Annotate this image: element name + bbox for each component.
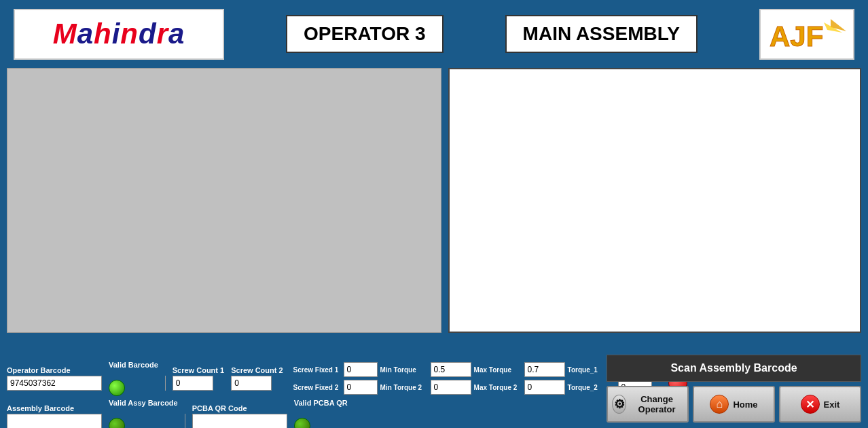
operator-barcode-input[interactable]: [7, 376, 102, 391]
max-torque-1-label: Max Torque: [474, 366, 522, 374]
valid-pcba-qr-group: Valid PCBA QR: [294, 399, 348, 428]
valid-barcode-indicator: [109, 380, 125, 396]
scan-barcode-button[interactable]: Scan Assembly Barcode: [607, 355, 861, 382]
assembly-barcode-group: Assembly Barcode: [7, 404, 102, 428]
operator-barcode-group: Operator Barcode: [7, 366, 102, 391]
screw-fixed-1-input[interactable]: [344, 362, 378, 377]
torque-section: Screw Fixed 1 Min Torque Max Torque Torq…: [293, 362, 652, 395]
screw-count-2-label: Screw Count 2: [231, 366, 283, 374]
valid-assy-barcode-indicator: [109, 418, 125, 428]
torque-row-2: Screw Fixed 2 Min Torque 2 Max Torque 2 …: [293, 380, 652, 395]
screw-fixed-2-label: Screw Fixed 2: [293, 384, 341, 391]
right-display-panel: [448, 68, 861, 333]
min-torque-1-input[interactable]: [431, 362, 471, 377]
screw-count-1-input[interactable]: [173, 376, 213, 391]
home-button[interactable]: ⌂ Home: [693, 386, 775, 423]
exit-button[interactable]: ✕ Exit: [779, 386, 861, 423]
main-assembly-label: MAIN ASSEMBLY: [505, 15, 698, 53]
screw-count-2-group: Screw Count 2: [231, 366, 283, 391]
mahindra-logo-text: Mahindra: [53, 18, 185, 50]
valid-barcode-group: Valid Barcode: [109, 361, 158, 396]
divider1: [165, 376, 166, 391]
pcba-qr-input[interactable]: [192, 414, 287, 428]
screw-count-1-label: Screw Count 1: [173, 366, 224, 374]
valid-assy-barcode-label: Valid Assy Barcode: [109, 399, 178, 407]
exit-label: Exit: [824, 399, 840, 410]
change-operator-label: Change Operator: [630, 394, 683, 414]
left-camera-panel: [7, 68, 441, 333]
screw-fixed-2-input[interactable]: [344, 380, 378, 395]
screw-count-2-input[interactable]: [231, 376, 272, 391]
exit-icon: ✕: [801, 395, 820, 414]
torque-row-1: Screw Fixed 1 Min Torque Max Torque Torq…: [293, 362, 652, 377]
right-buttons: Scan Assembly Barcode ⚙ Change Operator …: [607, 355, 861, 423]
min-torque-1-label: Min Torque: [380, 366, 428, 374]
pcba-qr-group: PCBA QR Code: [192, 404, 287, 428]
min-torque-2-input[interactable]: [431, 380, 471, 395]
gear-icon: ⚙: [612, 395, 626, 414]
pcba-qr-label: PCBA QR Code: [192, 404, 287, 412]
max-torque-2-label: Max Torque 2: [474, 384, 522, 391]
screw-count-1-group: Screw Count 1: [173, 366, 224, 391]
valid-assy-barcode-group: Valid Assy Barcode: [109, 399, 178, 428]
svg-text:AJF: AJF: [770, 20, 823, 52]
valid-barcode-label: Valid Barcode: [109, 361, 158, 369]
home-label: Home: [733, 399, 757, 410]
home-icon: ⌂: [710, 395, 729, 414]
valid-pcba-qr-label: Valid PCBA QR: [294, 399, 348, 407]
max-torque-1-input[interactable]: [524, 362, 565, 377]
ajf-logo: AJF: [759, 9, 854, 60]
header: Mahindra OPERATOR 3 MAIN ASSEMBLY AJF: [0, 0, 868, 68]
mahindra-logo: Mahindra: [14, 9, 224, 60]
operator-label: OPERATOR 3: [286, 15, 443, 53]
assembly-barcode-input[interactable]: [7, 414, 102, 428]
screw-fixed-1-label: Screw Fixed 1: [293, 366, 341, 374]
valid-pcba-qr-indicator: [294, 418, 310, 428]
main-content: [0, 68, 868, 353]
max-torque-2-input[interactable]: [524, 380, 565, 395]
change-operator-button[interactable]: ⚙ Change Operator: [607, 386, 689, 423]
assembly-barcode-label: Assembly Barcode: [7, 404, 102, 412]
action-buttons-row: ⚙ Change Operator ⌂ Home ✕ Exit: [607, 386, 861, 423]
operator-barcode-label: Operator Barcode: [7, 366, 102, 374]
min-torque-2-label: Min Torque 2: [380, 384, 428, 391]
divider2: [185, 414, 185, 428]
